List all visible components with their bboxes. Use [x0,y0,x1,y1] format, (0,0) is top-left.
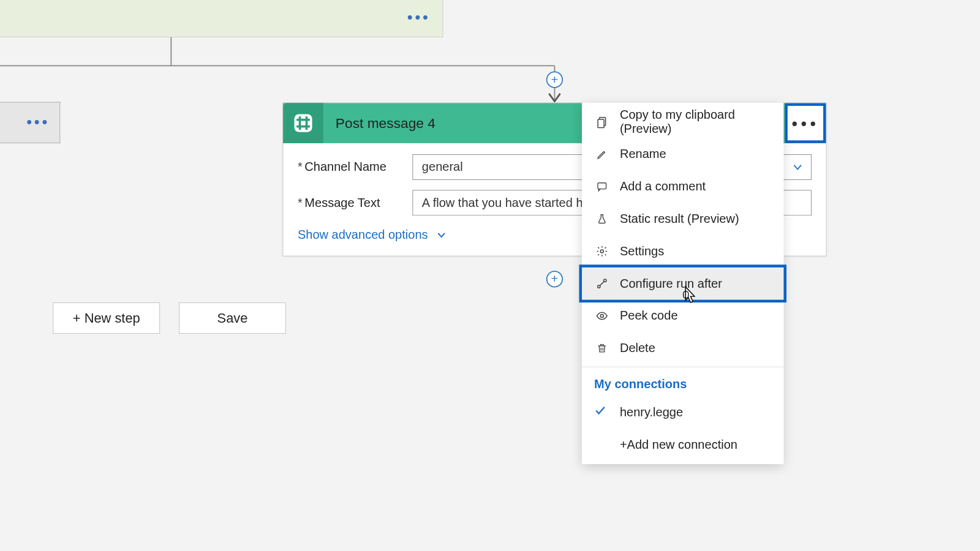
connection-item[interactable]: henry.legge [582,396,783,429]
add-new-connection[interactable]: +Add new connection [582,429,783,461]
chevron-down-icon [435,230,447,241]
action-more-button[interactable]: ••• [785,103,826,143]
slack-icon [283,103,323,143]
message-text-label: *Message Text [298,195,412,210]
svg-point-12 [598,285,600,288]
action-context-menu: Copy to my clipboard (Preview) Rename Ad… [582,102,783,464]
action-title: Post message 4 [336,115,435,131]
menu-static-result[interactable]: Static result (Preview) [582,203,783,235]
menu-copy-clipboard[interactable]: Copy to my clipboard (Preview) [582,106,783,138]
svg-point-14 [600,314,603,317]
run-after-icon [594,276,609,291]
trash-icon [594,340,609,356]
flask-icon [594,211,609,227]
comment-icon [594,179,609,194]
pencil-icon [594,146,609,162]
menu-connections-header: My connections [582,369,783,396]
check-icon [594,405,609,420]
save-button[interactable]: Save [179,302,286,334]
more-icon[interactable]: ••• [407,10,431,25]
chevron-down-icon [791,161,804,173]
gear-icon [594,244,609,259]
eye-icon [594,308,609,323]
channel-name-label: *Channel Name [298,160,412,174]
menu-configure-run-after[interactable]: Configure run after [582,268,783,300]
svg-point-11 [600,250,603,253]
trigger-card-partial[interactable]: ••• [0,0,443,37]
svg-rect-10 [598,183,606,189]
add-action-button[interactable]: + [546,71,563,88]
branch-card-partial[interactable]: ••• [0,102,60,143]
add-action-button[interactable]: + [546,271,563,287]
svg-point-13 [604,279,606,282]
menu-settings[interactable]: Settings [582,235,783,268]
more-icon[interactable]: ••• [26,114,50,130]
svg-rect-3 [294,114,312,132]
menu-rename[interactable]: Rename [582,138,783,171]
svg-rect-9 [598,119,604,127]
menu-delete[interactable]: Delete [582,332,783,364]
clipboard-icon [594,114,609,130]
menu-peek-code[interactable]: Peek code [582,300,783,332]
menu-add-comment[interactable]: Add a comment [582,170,783,203]
new-step-button[interactable]: + New step [53,302,160,334]
